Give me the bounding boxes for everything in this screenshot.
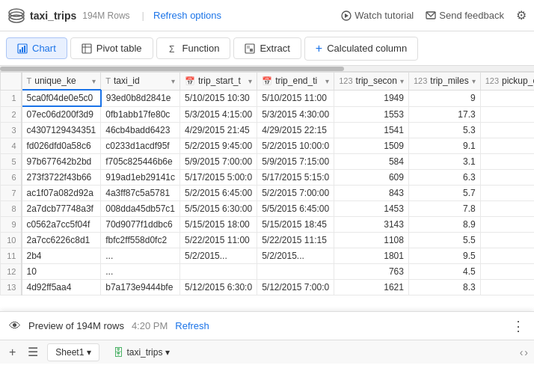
table-cell[interactable]: 5ca0f04de0e5c0: [22, 90, 101, 106]
refresh-options-link[interactable]: Refresh options: [153, 10, 221, 21]
filter-icon[interactable]: ▾: [400, 77, 404, 85]
table-cell[interactable]: 1108: [334, 233, 409, 248]
table-cell[interactable]: 0fb1abb17fe80c: [101, 106, 180, 123]
pivot-table-button[interactable]: Pivot table: [70, 37, 153, 59]
col-unique-key[interactable]: T unique_ke ▾: [22, 73, 101, 91]
table-row[interactable]: 4fd026dfd0a58c6c0233d1acdf95f5/2/2015 9:…: [1, 138, 535, 154]
table-cell[interactable]: [480, 264, 534, 280]
table-cell[interactable]: c0233d1acdf95f: [101, 138, 180, 154]
table-cell[interactable]: [480, 248, 534, 264]
table-cell[interactable]: 5/2/2015 10:00:0: [257, 138, 334, 154]
add-sheet-button[interactable]: +: [6, 344, 19, 361]
table-cell[interactable]: ...: [101, 264, 180, 280]
send-feedback-button[interactable]: Send feedback: [426, 10, 504, 21]
table-cell[interactable]: 919ad1eb29141c: [101, 170, 180, 186]
table-cell[interactable]: [480, 138, 534, 154]
table-cell[interactable]: 008dda45db57c1: [101, 201, 180, 217]
table-cell[interactable]: 1453: [334, 201, 409, 217]
table-cell[interactable]: 1553: [334, 106, 409, 123]
table-cell[interactable]: 7.8: [408, 201, 480, 217]
table-cell[interactable]: 5/17/2015 5:00:0: [180, 170, 257, 186]
table-cell[interactable]: 5/17/2015 5:15:0: [257, 170, 334, 186]
table-cell[interactable]: [480, 217, 534, 233]
table-cell[interactable]: [257, 264, 334, 280]
table-cell[interactable]: 5/10/2015 11:00: [257, 90, 334, 106]
table-cell[interactable]: [480, 154, 534, 170]
table-row[interactable]: 597b677642b2bdf705c825446b6e5/9/2015 7:0…: [1, 154, 535, 170]
col-taxi-id[interactable]: T taxi_id ▾: [101, 73, 180, 91]
table-cell[interactable]: 3143: [334, 217, 409, 233]
table-row[interactable]: 3c430712943435146cb4badd64234/29/2015 21…: [1, 123, 535, 138]
scroll-right-icon[interactable]: ›: [524, 346, 528, 358]
table-row[interactable]: 1210...7634.5: [1, 264, 535, 280]
table-cell[interactable]: 5.5: [408, 233, 480, 248]
scroll-thumb[interactable]: [0, 67, 344, 71]
table-row[interactable]: 9c0562a7cc5f04f70d9077f1ddbc65/15/2015 1…: [1, 217, 535, 233]
table-cell[interactable]: fbfc2ff558d0fc2: [101, 233, 180, 248]
table-cell[interactable]: 4d92ff5aa4: [22, 280, 101, 295]
col-trip-miles[interactable]: 123 trip_miles ▾: [408, 73, 480, 91]
table-cell[interactable]: 5/10/2015 10:30: [180, 90, 257, 106]
table-cell[interactable]: 5/3/2015 4:30:00: [257, 106, 334, 123]
more-options-button[interactable]: ⋮: [512, 318, 525, 334]
table-cell[interactable]: 9.1: [408, 138, 480, 154]
table-cell[interactable]: 2b4: [22, 248, 101, 264]
col-pickup-c[interactable]: 123 pickup_c ▾: [480, 73, 534, 91]
table-cell[interactable]: 8.9: [408, 217, 480, 233]
table-cell[interactable]: 584: [334, 154, 409, 170]
table-wrapper[interactable]: T unique_ke ▾ T taxi_id ▾: [0, 72, 534, 340]
table-cell[interactable]: 609: [334, 170, 409, 186]
table-cell[interactable]: c4307129434351: [22, 123, 101, 138]
table-row[interactable]: 15ca0f04de0e5c093ed0b8d2841e5/10/2015 10…: [1, 90, 535, 106]
table-cell[interactable]: 1621: [334, 280, 409, 295]
table-cell[interactable]: 4/29/2015 22:15: [257, 123, 334, 138]
table-cell[interactable]: 5/3/2015 4:15:00: [180, 106, 257, 123]
table-cell[interactable]: 17.3: [408, 106, 480, 123]
table-cell[interactable]: [480, 233, 534, 248]
filter-icon[interactable]: ▾: [325, 77, 329, 85]
table-row[interactable]: 7ac1f07a082d92a4a3ff87c5a57815/2/2015 6:…: [1, 186, 535, 201]
sheet1-tab[interactable]: Sheet1 ▾: [47, 343, 99, 361]
table-cell[interactable]: 3.1: [408, 154, 480, 170]
table-cell[interactable]: 9.5: [408, 248, 480, 264]
table-cell[interactable]: 46cb4badd6423: [101, 123, 180, 138]
table-cell[interactable]: ac1f07a082d92a: [22, 186, 101, 201]
sheet-dropdown-icon[interactable]: ▾: [87, 347, 91, 358]
table-cell[interactable]: 2a7cc6226c8d1: [22, 233, 101, 248]
table-cell[interactable]: 5/2/2015 6:45:00: [180, 186, 257, 201]
table-row[interactable]: 82a7dcb77748a3f008dda45db57c15/5/2015 6:…: [1, 201, 535, 217]
table-cell[interactable]: 5/22/2015 11:15: [257, 233, 334, 248]
table-cell[interactable]: 5/5/2015 6:30:00: [180, 201, 257, 217]
filter-icon[interactable]: ▾: [472, 77, 476, 85]
table-row[interactable]: 134d92ff5aa4b7a173e9444bfe5/12/2015 6:30…: [1, 280, 535, 295]
table-cell[interactable]: 4.5: [408, 264, 480, 280]
table-row[interactable]: 112b4...5/2/2015...5/2/2015...18019.5: [1, 248, 535, 264]
table-cell[interactable]: [480, 170, 534, 186]
extract-button[interactable]: Extract: [233, 37, 301, 59]
table-cell[interactable]: 97b677642b2bd: [22, 154, 101, 170]
taxi-trips-tab[interactable]: 🗄 taxi_trips ▾: [105, 343, 177, 361]
filter-icon[interactable]: ▾: [171, 77, 175, 85]
refresh-button[interactable]: Refresh: [175, 320, 209, 331]
table-cell[interactable]: 5/2/2015...: [257, 248, 334, 264]
function-button[interactable]: Σ Function: [156, 37, 231, 59]
table-cell[interactable]: 9: [408, 90, 480, 106]
calculated-column-button[interactable]: + Calculated column: [304, 37, 418, 61]
table-cell[interactable]: 5/22/2015 11:00: [180, 233, 257, 248]
table-cell[interactable]: 70d9077f1ddbc6: [101, 217, 180, 233]
dataset-dropdown-icon[interactable]: ▾: [165, 347, 170, 358]
table-cell[interactable]: 5/2/2015...: [180, 248, 257, 264]
table-cell[interactable]: 2a7dcb77748a3f: [22, 201, 101, 217]
table-row[interactable]: 102a7cc6226c8d1fbfc2ff558d0fc25/22/2015 …: [1, 233, 535, 248]
col-trip-seconds[interactable]: 123 trip_secon ▾: [334, 73, 409, 91]
table-cell[interactable]: ...: [101, 248, 180, 264]
table-cell[interactable]: 5/15/2015 18:45: [257, 217, 334, 233]
settings-button[interactable]: ⚙: [516, 8, 527, 22]
table-cell[interactable]: 5/12/2015 7:00:0: [257, 280, 334, 295]
table-cell[interactable]: 5/9/2015 7:15:00: [257, 154, 334, 170]
table-cell[interactable]: 5/12/2015 6:30:0: [180, 280, 257, 295]
table-cell[interactable]: 5/5/2015 6:45:00: [257, 201, 334, 217]
table-cell[interactable]: b7a173e9444bfe: [101, 280, 180, 295]
table-cell[interactable]: 1801: [334, 248, 409, 264]
scroll-left-icon[interactable]: ‹: [520, 346, 524, 358]
